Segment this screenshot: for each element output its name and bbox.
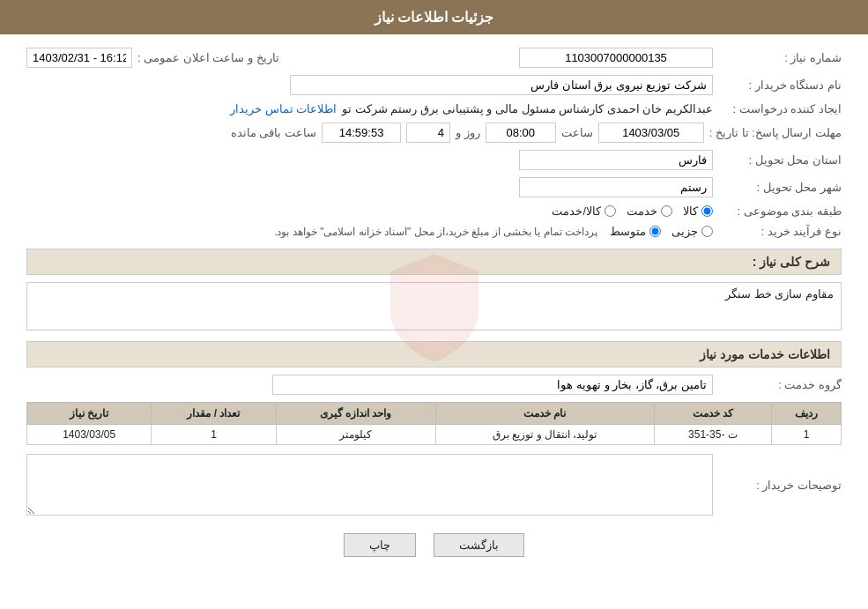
saat-label: ساعت <box>561 126 593 139</box>
tabaqe-kalakhedmat-radio[interactable] <box>605 205 616 217</box>
sharh-container: مقاوم سازی خط سنگر A <box>26 282 842 330</box>
noe-motavaset-label: متوسط <box>610 225 646 238</box>
noe-motavaset-item[interactable]: متوسط <box>610 225 661 238</box>
noe-note: پرداخت تمام یا بخشی از مبلغ خرید،از محل … <box>274 226 597 238</box>
ostan-label: استان محل تحویل : <box>718 153 842 167</box>
sharh-label: شرح کلی نیاز : <box>753 255 830 269</box>
services-table: ردیف کد خدمت نام خدمت واحد اندازه گیری ت… <box>26 402 842 445</box>
print-button[interactable]: چاپ <box>344 533 416 557</box>
cell-nam: تولید، انتقال و توزیع برق <box>435 425 654 445</box>
svg-text:A: A <box>425 298 442 325</box>
noe-motavaset-radio[interactable] <box>649 226 661 237</box>
groupe-khedmat-input[interactable] <box>272 375 713 395</box>
tabaqe-kalakhedmat-item[interactable]: کالا/خدمت <box>552 204 616 218</box>
rooz-label: روز و <box>456 126 480 139</box>
sharh-box: مقاوم سازی خط سنگر A <box>26 282 842 330</box>
namdastgah-row: نام دستگاه خریدار : <box>26 75 842 95</box>
back-button[interactable]: بازگشت <box>434 533 524 557</box>
noe-jozi-label: جزیی <box>671 225 698 238</box>
page-title: جزئیات اطلاعات نیاز <box>375 10 494 25</box>
ijad-label: ایجاد کننده درخواست : <box>718 102 842 115</box>
shahr-input[interactable] <box>519 177 713 197</box>
col-radif: ردیف <box>772 403 842 425</box>
noe-jozi-radio[interactable] <box>701 226 713 237</box>
cell-radif: 1 <box>772 425 842 445</box>
noe-row: نوع فرآیند خرید : جزیی متوسط پرداخت تمام… <box>26 225 842 238</box>
tarikh-alan-input[interactable] <box>26 48 132 68</box>
shahr-row: شهر محل تحویل : <box>26 177 842 197</box>
tabaqe-row: طبقه بندی موضوعی : کالا خدمت کالا/خدمت <box>26 204 842 218</box>
col-tedad: تعداد / مقدار <box>152 403 276 425</box>
mohlat-row: مهلت ارسال پاسخ: تا تاریخ : ساعت روز و س… <box>26 123 842 143</box>
tabaqe-kala-radio[interactable] <box>701 205 713 217</box>
cell-tarikh: 1403/03/05 <box>27 425 152 445</box>
col-tarikh: تاریخ نیاز <box>27 403 152 425</box>
sharh-value: مقاوم سازی خط سنگر <box>725 287 834 301</box>
tabaqe-khedmat-radio[interactable] <box>661 205 672 217</box>
tarikh-alan-label: تاریخ و ساعت اعلان عمومی : <box>137 51 279 64</box>
sharh-section-header: شرح کلی نیاز : <box>26 249 842 275</box>
shomare-label: شماره نیاز : <box>718 51 842 64</box>
groupe-khedmat-row: گروه خدمت : <box>26 375 842 395</box>
tabaqe-label: طبقه بندی موضوعی : <box>718 204 842 218</box>
noe-radio-group: جزیی متوسط <box>610 225 713 238</box>
col-vahed: واحد اندازه گیری <box>276 403 435 425</box>
services-section-title: اطلاعات خدمات مورد نیاز <box>700 347 830 361</box>
ostan-row: استان محل تحویل : <box>26 150 842 170</box>
services-section-header: اطلاعات خدمات مورد نیاز <box>26 341 842 368</box>
tabaqe-khedmat-item[interactable]: خدمت <box>627 204 672 218</box>
tabaqe-kalakhedmat-label: کالا/خدمت <box>552 204 601 218</box>
date-input[interactable] <box>598 123 704 143</box>
cell-vahed: کیلومتر <box>276 425 435 445</box>
ijad-value: عبدالکریم خان احمدی کارشناس مسئول مالی و… <box>342 102 713 115</box>
shomare-input[interactable] <box>519 48 713 68</box>
tabaqe-kala-label: کالا <box>683 204 698 218</box>
tabaqe-khedmat-label: خدمت <box>627 204 657 218</box>
tosei-textarea[interactable] <box>26 454 713 516</box>
shahr-label: شهر محل تحویل : <box>718 181 842 194</box>
baghi-label: ساعت باقی مانده <box>231 126 316 139</box>
footer-buttons: بازگشت چاپ <box>26 533 842 557</box>
page-header: جزئیات اطلاعات نیاز <box>0 0 868 34</box>
table-header-row: ردیف کد خدمت نام خدمت واحد اندازه گیری ت… <box>27 403 842 425</box>
namdastgah-input[interactable] <box>290 75 713 95</box>
col-cod: کد خدمت <box>654 403 771 425</box>
baghi-input[interactable] <box>322 123 401 143</box>
noe-label: نوع فرآیند خرید : <box>718 225 842 238</box>
table-row: 1 ت -35-351 تولید، انتقال و توزیع برق کی… <box>27 425 842 445</box>
tabaqe-radio-group: کالا خدمت کالا/خدمت <box>552 204 713 218</box>
cell-tedad: 1 <box>152 425 276 445</box>
saat-input[interactable] <box>486 123 556 143</box>
cell-cod: ت -35-351 <box>654 425 771 445</box>
col-nam: نام خدمت <box>435 403 654 425</box>
tosei-label: توصیحات خریدار : <box>718 479 842 492</box>
tosei-row: توصیحات خریدار : <box>26 454 842 516</box>
rooz-input[interactable] <box>406 123 450 143</box>
ostan-input[interactable] <box>519 150 713 170</box>
groupe-khedmat-label: گروه خدمت : <box>718 378 842 391</box>
mohlat-label: مهلت ارسال پاسخ: تا تاریخ : <box>709 126 842 139</box>
namdastgah-label: نام دستگاه خریدار : <box>718 78 842 92</box>
noe-jozi-item[interactable]: جزیی <box>671 225 713 238</box>
ijad-link[interactable]: اطلاعات تماس خریدار <box>230 102 337 115</box>
tabaqe-kala-item[interactable]: کالا <box>683 204 713 218</box>
shomare-row: شماره نیاز : تاریخ و ساعت اعلان عمومی : <box>26 48 842 68</box>
ijad-row: ایجاد کننده درخواست : عبدالکریم خان احمد… <box>26 102 842 115</box>
